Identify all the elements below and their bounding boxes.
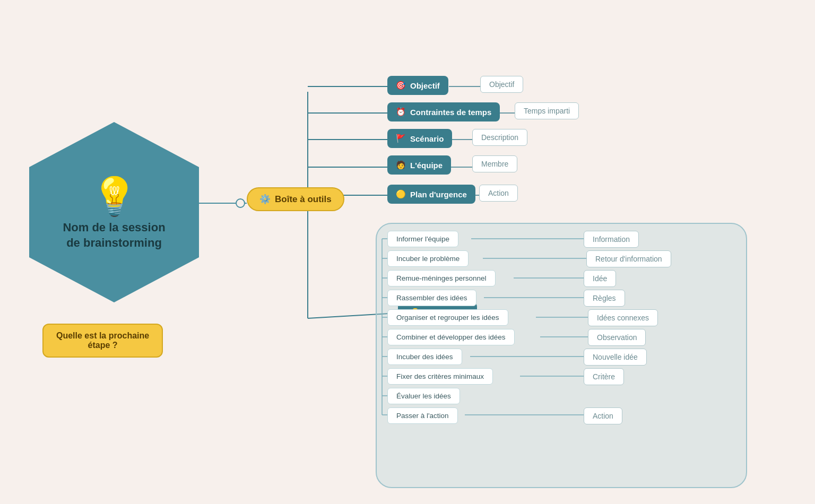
objectif-child: Objectif	[480, 76, 523, 93]
process-informer-child: Information	[584, 231, 639, 248]
equipe-child: Membre	[472, 155, 517, 172]
process-remue: Remue-méninges personnel	[387, 270, 496, 286]
boite-node: ⚙️ Boîte à outils	[247, 187, 344, 211]
contraintes-icon: ⏰	[396, 107, 406, 117]
process-incuber1: Incuber le problème	[387, 250, 469, 267]
process-incuber2-child: Nouvelle idée	[584, 349, 647, 366]
process-incuber1-child: Retour d'information	[586, 250, 671, 267]
scenario-child: Description	[472, 129, 527, 146]
plan-node: 🟡 Plan d'urgence	[387, 185, 475, 204]
process-rassembler: Rassembler des idées	[387, 290, 476, 306]
contraintes-label: Contraintes de temps	[410, 108, 491, 117]
scenario-icon: 🚩	[396, 134, 406, 143]
process-informer: Informer l'équipe	[387, 231, 458, 247]
process-passer: Passer à l'action	[387, 407, 458, 424]
process-evaluer: Évaluer les idées	[387, 388, 460, 404]
contraintes-node: ⏰ Contraintes de temps	[387, 102, 500, 121]
equipe-node: 🧑 L'équipe	[387, 155, 451, 175]
process-passer-child: Action	[584, 407, 622, 424]
objectif-node: 🎯 Objectif	[387, 76, 448, 95]
boite-label: Boîte à outils	[275, 194, 332, 205]
hex-title: Nom de la session de brainstorming	[47, 220, 181, 250]
process-combiner: Combiner et développer des idées	[387, 329, 515, 345]
process-fixer-child: Critère	[584, 368, 624, 385]
process-remue-child: Idée	[584, 270, 616, 287]
plan-icon: 🟡	[396, 189, 406, 199]
svg-point-0	[236, 199, 245, 207]
process-organiser-child: Idées connexes	[588, 309, 658, 326]
equipe-icon: 🧑	[396, 160, 406, 170]
process-combiner-child: Observation	[588, 329, 646, 346]
bulb-icon: 💡	[91, 174, 137, 218]
boite-icon: ⚙️	[259, 194, 271, 205]
equipe-label: L'équipe	[410, 161, 443, 170]
hexagon-container: 💡 Nom de la session de brainstorming	[29, 122, 199, 302]
process-fixer: Fixer des critères minimaux	[387, 368, 493, 385]
objectif-icon: 🎯	[396, 81, 406, 90]
hexagon: 💡 Nom de la session de brainstorming	[29, 122, 199, 302]
objectif-label: Objectif	[410, 81, 440, 90]
scenario-node: 🚩 Scénario	[387, 129, 452, 148]
next-step-box: Quelle est la prochaine étape ?	[42, 324, 163, 358]
plan-child: Action	[479, 185, 518, 202]
contraintes-child: Temps imparti	[515, 102, 579, 119]
process-rassembler-child: Règles	[584, 290, 625, 307]
scenario-label: Scénario	[410, 134, 444, 143]
plan-label: Plan d'urgence	[410, 190, 467, 199]
process-organiser: Organiser et regrouper les idées	[387, 309, 508, 326]
process-incuber2: Incuber des idées	[387, 349, 462, 365]
